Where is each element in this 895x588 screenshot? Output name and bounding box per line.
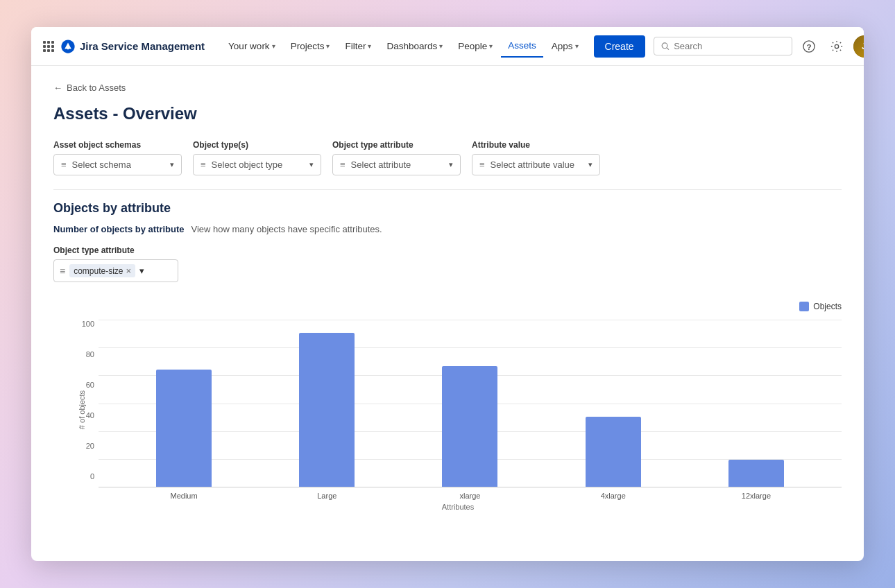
nav-people[interactable]: People ▾: [451, 35, 500, 57]
filter-row: Asset object schemas ≡ Select schema ▾ O…: [53, 140, 842, 175]
chevron-down-icon: ▾: [439, 42, 443, 50]
svg-point-13: [835, 44, 838, 48]
x-label: 12xlarge: [685, 492, 828, 500]
arrow-left-icon: ←: [53, 83, 62, 93]
schema-filter-group: Asset object schemas ≡ Select schema ▾: [53, 140, 182, 175]
help-button[interactable]: ?: [798, 35, 820, 58]
attribute-value-select[interactable]: ≡ Select attribute value ▾: [472, 154, 600, 175]
schema-filter-label: Asset object schemas: [53, 140, 182, 150]
section-description: View how many objects have specific attr…: [191, 224, 382, 234]
nav-filter[interactable]: Filter ▾: [338, 35, 378, 57]
svg-rect-5: [51, 45, 54, 48]
svg-rect-3: [43, 45, 46, 48]
chevron-down-icon: ▾: [309, 160, 314, 169]
y-tick-100: 100: [74, 320, 99, 328]
attribute-value-filter-group: Attribute value ≡ Select attribute value…: [472, 140, 600, 175]
section-sub-title: Number of objects by attribute: [53, 224, 185, 234]
attr-filter-row: Object type attribute ≡ compute-size × ▾: [53, 245, 842, 282]
chart-legend: Objects: [53, 302, 842, 311]
section-title: Objects by attribute: [53, 201, 842, 216]
svg-rect-4: [47, 45, 50, 48]
attribute-value-filter-label: Attribute value: [472, 140, 600, 150]
app-window: Jira Service Management Your work ▾ Proj…: [31, 27, 864, 561]
filter-icon: ≡: [60, 266, 65, 277]
navbar: Jira Service Management Your work ▾ Proj…: [31, 27, 864, 66]
bar: [586, 417, 641, 487]
avatar[interactable]: J: [853, 35, 864, 58]
svg-rect-8: [51, 49, 54, 52]
object-type-filter-label: Object type(s): [193, 140, 321, 150]
chevron-down-icon: ▾: [575, 42, 579, 50]
legend-label: Objects: [813, 302, 842, 311]
filter-icon: ≡: [479, 159, 485, 170]
main-content: ← Back to Assets Assets - Overview Asset…: [31, 66, 864, 561]
create-button[interactable]: Create: [594, 35, 645, 58]
y-tick-60: 60: [74, 381, 99, 389]
settings-button[interactable]: [826, 35, 848, 58]
nav-apps[interactable]: Apps ▾: [545, 35, 586, 57]
y-tick-0: 0: [74, 472, 99, 481]
attribute-filter-label: Object type attribute: [332, 140, 461, 150]
search-box[interactable]: [654, 37, 792, 55]
object-type-select[interactable]: ≡ Select object type ▾: [193, 154, 321, 175]
attr-filter-group: Object type attribute ≡ compute-size × ▾: [53, 245, 178, 282]
chevron-down-icon: ▾: [489, 42, 493, 50]
section-sub-row: Number of objects by attribute View how …: [53, 224, 842, 234]
chevron-down-icon: ▾: [326, 42, 330, 50]
search-input[interactable]: [674, 41, 784, 51]
chevron-down-icon: ▾: [139, 266, 144, 276]
attr-chip-select[interactable]: ≡ compute-size × ▾: [53, 259, 178, 282]
svg-text:?: ?: [806, 42, 811, 51]
x-label: 4xlarge: [542, 492, 685, 500]
attribute-filter-group: Object type attribute ≡ Select attribute…: [332, 140, 461, 175]
nav-your-work[interactable]: Your work ▾: [221, 35, 282, 57]
page-title: Assets - Overview: [53, 104, 842, 123]
filter-icon: ≡: [61, 159, 67, 170]
chevron-down-icon: ▾: [588, 160, 593, 169]
bar: [299, 333, 355, 487]
filter-icon: ≡: [201, 159, 206, 170]
bar: [442, 366, 497, 487]
app-name: Jira Service Management: [80, 40, 205, 52]
object-type-filter-group: Object type(s) ≡ Select object type ▾: [193, 140, 321, 175]
chip-remove-button[interactable]: ×: [126, 266, 132, 276]
schema-select[interactable]: ≡ Select schema ▾: [53, 154, 182, 175]
svg-rect-6: [43, 49, 46, 52]
attr-chip: compute-size ×: [69, 264, 135, 277]
chevron-down-icon: ▾: [368, 42, 371, 50]
chart-wrapper: 0 20 40 60 80 100 # of objects: [74, 320, 842, 511]
grid-icon[interactable]: [42, 35, 55, 58]
chevron-down-icon: ▾: [272, 42, 275, 50]
y-tick-80: 80: [74, 350, 99, 358]
x-label: Large: [255, 492, 398, 500]
svg-rect-7: [47, 49, 50, 52]
bar: [156, 370, 212, 487]
nav-assets[interactable]: Assets: [501, 35, 543, 58]
svg-rect-0: [43, 41, 46, 44]
divider: [53, 189, 842, 190]
y-tick-40: 40: [74, 411, 99, 420]
legend-dot: [799, 302, 809, 311]
svg-rect-2: [51, 41, 54, 44]
nav-dashboards[interactable]: Dashboards ▾: [380, 35, 450, 57]
nav-items: Your work ▾ Projects ▾ Filter ▾ Dashboar…: [221, 35, 585, 58]
x-label: xlarge: [398, 492, 541, 500]
svg-point-9: [662, 42, 667, 48]
search-icon: [661, 42, 670, 51]
y-tick-20: 20: [74, 442, 99, 450]
x-label: Medium: [112, 492, 255, 500]
chart-container: Objects 0 20 40 60 80 100: [53, 295, 842, 511]
back-link[interactable]: ← Back to Assets: [53, 83, 842, 93]
attribute-select[interactable]: ≡ Select attribute ▾: [332, 154, 461, 175]
svg-rect-1: [47, 41, 50, 44]
app-logo[interactable]: Jira Service Management: [60, 39, 205, 54]
svg-line-10: [667, 47, 669, 49]
nav-right: ? J: [654, 35, 864, 58]
x-axis-label: Attributes: [74, 503, 842, 511]
chevron-down-icon: ▾: [449, 160, 453, 169]
bar: [728, 460, 784, 487]
nav-projects[interactable]: Projects ▾: [284, 35, 337, 57]
attr-filter-label: Object type attribute: [53, 245, 178, 255]
filter-icon: ≡: [340, 159, 346, 170]
chevron-down-icon: ▾: [170, 160, 174, 169]
